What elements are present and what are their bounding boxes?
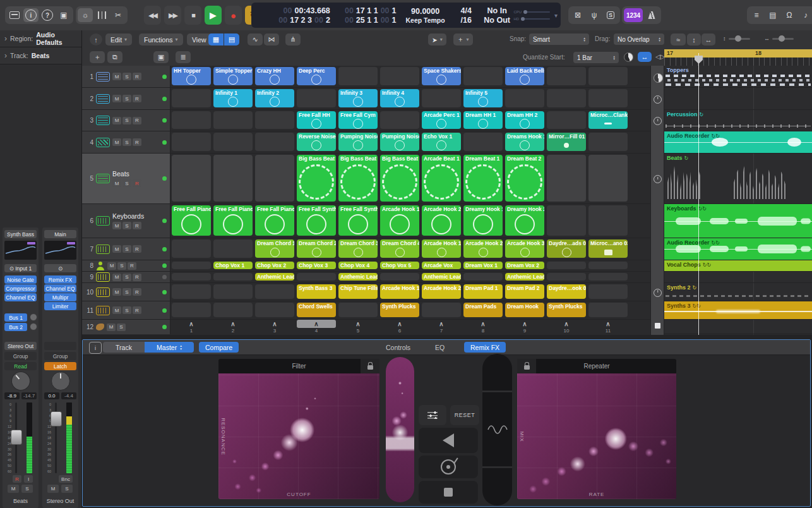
pointer-tool-selector[interactable]: ➤▾	[428, 33, 446, 45]
compare-button[interactable]: Compare	[199, 342, 239, 353]
region-inspector-header[interactable]: › Region: Audio Defaults	[0, 30, 81, 47]
record-enable-button[interactable]: R	[133, 274, 141, 281]
plugin-slot-limiter[interactable]: Limiter	[44, 302, 76, 310]
empty-cell[interactable]	[505, 89, 544, 107]
loop-cell[interactable]: Anthemic Lead	[338, 273, 378, 281]
empty-cell[interactable]	[463, 133, 503, 151]
empty-cell[interactable]	[588, 133, 628, 151]
track-header-9[interactable]: 9MSR	[82, 272, 170, 282]
scope-tab-master[interactable]: Master▴▾	[145, 342, 194, 353]
eq-thumbnail[interactable]	[4, 241, 37, 260]
loop-cell[interactable]: Dream HH 1	[463, 111, 503, 129]
plugin-slot-channel-eq[interactable]: Channel EQ	[44, 284, 76, 293]
downsampler-slider[interactable]	[482, 354, 512, 505]
empty-cell[interactable]	[547, 67, 586, 85]
record-enable-button[interactable]: R	[133, 245, 141, 253]
loop-cell[interactable]: Reverse Noise	[297, 133, 336, 151]
input-monitor-dot[interactable]	[162, 118, 167, 123]
cell-inspector-button[interactable]: ▣	[153, 51, 169, 63]
solo-button[interactable]: S	[122, 138, 131, 146]
volume-value[interactable]: 0.0	[44, 392, 59, 399]
input-slot[interactable]: ⊙	[44, 264, 76, 272]
empty-cell[interactable]	[213, 239, 253, 258]
inspector-icon[interactable]: i	[23, 8, 39, 22]
loop-cell[interactable]: Dreamy Hook 2	[505, 205, 544, 236]
empty-cell[interactable]	[547, 155, 586, 202]
loop-cell[interactable]: Chord Swells	[297, 303, 336, 317]
empty-cell[interactable]	[213, 284, 253, 299]
loop-cell[interactable]: Arcade Hook 1	[422, 239, 461, 258]
cell-quantize-clock-icon[interactable]	[654, 175, 662, 183]
mute-button[interactable]: M	[112, 288, 121, 296]
group-slot[interactable]: Group	[44, 352, 76, 360]
lock-icon[interactable]	[361, 359, 379, 373]
loop-cell[interactable]: Arcade Vox	[422, 262, 461, 269]
loop-cell[interactable]: Microc…ano 03	[588, 239, 628, 258]
loop-cell[interactable]: Anthemic Lead	[422, 273, 461, 281]
region-synths-2[interactable]: Synths 2↻	[664, 283, 812, 301]
reverse-button[interactable]	[419, 428, 478, 453]
no-input-icon[interactable]: ⊠	[570, 8, 585, 22]
plugin-slot-remix-fx[interactable]: Remix FX	[44, 275, 76, 284]
input-monitor-dot[interactable]	[162, 140, 167, 145]
send-knob[interactable]	[30, 313, 37, 321]
input-monitor-dot[interactable]	[162, 308, 167, 313]
empty-cell[interactable]	[213, 303, 253, 317]
loop-cell[interactable]: Chop Vox 2	[255, 262, 294, 269]
scene-trigger-11[interactable]: ∧	[588, 320, 628, 328]
empty-cell[interactable]	[213, 133, 253, 151]
stop-icon[interactable]: ■	[184, 6, 201, 25]
grid-view-button[interactable]: ▦	[208, 33, 224, 45]
loop-cell[interactable]: Chop Vox 5	[380, 262, 419, 269]
info-icon[interactable]: i	[89, 342, 102, 354]
waveform-zoom-button[interactable]: ≈	[671, 33, 686, 45]
region-keyboards[interactable]: Keyboards↻↻	[664, 204, 812, 238]
loop-cell[interactable]: Dream Vox 2	[505, 262, 544, 269]
solo-button[interactable]: S	[122, 95, 131, 102]
duplicate-track-button[interactable]: ⧉	[107, 51, 122, 63]
stop-all-icon[interactable]	[655, 323, 660, 329]
tracks-view-button[interactable]: ▤	[224, 33, 239, 45]
solo-button[interactable]: S	[117, 262, 126, 270]
scene-trigger-7[interactable]: ∧	[422, 320, 461, 328]
scene-trigger-5[interactable]: ∧	[338, 320, 378, 328]
loop-cell[interactable]: Infinity 1	[213, 89, 253, 107]
empty-cell[interactable]	[588, 273, 628, 281]
loop-cell[interactable]: Chop Vox 4	[338, 262, 378, 269]
record-enable-button[interactable]: R	[133, 73, 141, 80]
lcd-zone-0[interactable]: 0000:43.6680017 2 3002	[251, 3, 333, 28]
loop-cell[interactable]: Chop Vox 1	[213, 262, 253, 269]
back-icon[interactable]: ↑	[90, 33, 102, 45]
record-enable-button[interactable]: R	[133, 306, 141, 314]
record-enable-button[interactable]: R	[133, 179, 141, 187]
track-header-6[interactable]: 6KeyboardsMSR	[82, 204, 170, 238]
empty-cell[interactable]	[463, 67, 503, 85]
empty-cell[interactable]	[255, 133, 294, 151]
peak-value[interactable]: -14.7	[21, 392, 37, 399]
bar-ruler[interactable]: 17 18	[664, 49, 812, 66]
track-header-2[interactable]: 2MSR	[82, 88, 170, 109]
crossfade-icon[interactable]: ⋈	[264, 33, 279, 45]
empty-cell[interactable]	[380, 111, 419, 129]
loop-cell[interactable]: Arcade Perc 1	[422, 111, 461, 129]
input-monitor-dot[interactable]	[162, 275, 167, 279]
mixer-icon[interactable]	[94, 8, 109, 22]
plugin-slot-multipr[interactable]: Multipr	[44, 293, 76, 301]
loop-cell[interactable]: Big Bass Beat 3	[380, 155, 419, 202]
loop-cell[interactable]: Echo Vox 1	[422, 133, 461, 151]
cell-progress-pie-icon[interactable]	[654, 73, 663, 83]
empty-cell[interactable]	[422, 89, 461, 107]
play-icon[interactable]: ▶	[205, 6, 222, 25]
loop-cell[interactable]: HH Topper	[172, 67, 211, 85]
loop-cell[interactable]: Chip Tune Fills	[338, 284, 378, 299]
scene-trigger-8[interactable]: ∧	[463, 320, 503, 328]
solo-button[interactable]: S	[21, 485, 33, 493]
empty-cell[interactable]	[172, 133, 211, 151]
mute-button[interactable]: M	[112, 117, 121, 124]
empty-cell[interactable]	[172, 89, 211, 107]
empty-cell[interactable]	[588, 67, 628, 85]
loop-cell[interactable]: Free Fall Synth	[338, 205, 378, 236]
empty-cell[interactable]	[588, 303, 628, 317]
plugin-slot-channel-eq[interactable]: Channel EQ	[4, 293, 37, 301]
empty-cell[interactable]	[172, 239, 211, 258]
